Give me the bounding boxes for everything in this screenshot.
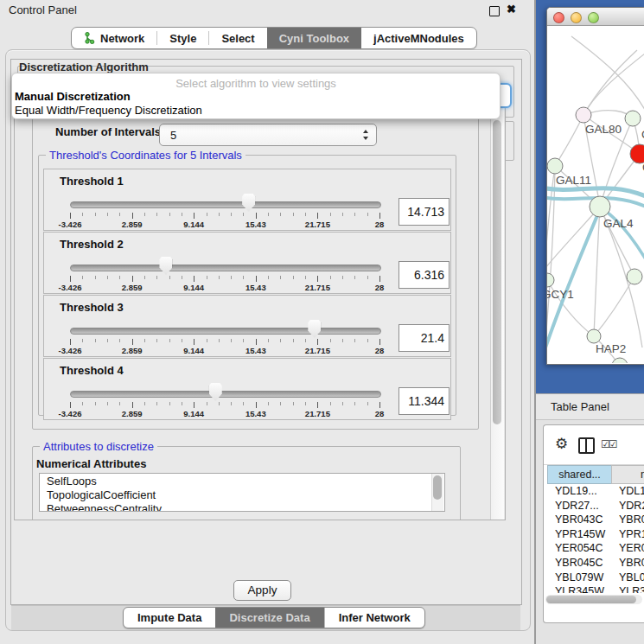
control-panel-titlebar[interactable]: Control Panel ✖ <box>0 0 534 21</box>
GAL80-node[interactable] <box>576 107 591 123</box>
table-row[interactable]: YBR043CYBR0 <box>545 513 644 527</box>
threshold-4-value-field[interactable]: 11.344 <box>399 387 450 415</box>
cell-shared-name[interactable]: YPR145W <box>555 527 605 542</box>
slider-scale-label: 28 <box>375 283 385 292</box>
gear-icon[interactable]: ⚙ <box>555 437 568 451</box>
column-header-name[interactable]: na <box>611 465 644 484</box>
table-row[interactable]: YDR27...YDR2 <box>545 499 644 513</box>
HAP2-node[interactable] <box>587 329 601 343</box>
tab-network[interactable]: Network <box>72 28 156 48</box>
threshold-1-slider-thumb[interactable] <box>242 194 255 212</box>
threshold-3-slider-thumb[interactable] <box>308 320 321 338</box>
slider-tick <box>305 213 306 216</box>
network-edge-highlighted[interactable] <box>602 208 644 259</box>
GAL4-node[interactable] <box>590 196 610 217</box>
cell-shared-name[interactable]: YBR043C <box>555 513 603 527</box>
zoom-traffic-light[interactable] <box>588 12 599 23</box>
node[interactable] <box>627 269 642 284</box>
network-edge[interactable] <box>583 54 644 115</box>
option-manual-discretization[interactable]: Manual Discretization <box>15 90 131 103</box>
tab-style[interactable]: Style <box>157 28 208 48</box>
table-row[interactable]: YBL079WYBL0 <box>545 571 644 585</box>
network-edge-highlighted[interactable] <box>547 186 644 197</box>
threshold-3-slider-track[interactable] <box>70 328 381 335</box>
GCY1-node[interactable] <box>547 273 554 287</box>
threshold-2-value-field[interactable]: 6.316 <box>399 261 450 289</box>
attribute-list-item[interactable]: TopologicalCoefficient <box>40 488 444 502</box>
slider-scale-label: 9.144 <box>183 220 204 229</box>
column-header-shared-name[interactable]: shared... <box>547 465 612 484</box>
slider-scale-label: 2.859 <box>122 220 143 229</box>
threshold-4-slider-thumb[interactable] <box>209 383 222 401</box>
cell-shared-name[interactable]: YDR27... <box>555 499 599 513</box>
tab-impute-data[interactable]: Impute Data <box>124 608 215 628</box>
cell-name[interactable]: YLR3 <box>619 584 644 593</box>
table-row[interactable]: YER054CYER0 <box>545 541 644 556</box>
float-window-icon[interactable] <box>489 6 500 16</box>
tab-infer-network[interactable]: Infer Network <box>324 608 424 628</box>
table-horizontal-scrollbar[interactable] <box>545 595 642 604</box>
option-equal-width-frequency[interactable]: Equal Width/Frequency Discretization <box>15 104 202 117</box>
top-tab-bar: Network Style Select Cyni Toolbox jActiv… <box>71 27 477 49</box>
list-scrollbar-thumb[interactable] <box>433 475 442 500</box>
cell-name[interactable]: YBR0 <box>619 556 644 571</box>
close-icon[interactable]: ✖ <box>507 3 516 16</box>
tab-discretize-data[interactable]: Discretize Data <box>215 608 323 628</box>
table-horizontal-scrollbar-thumb[interactable] <box>546 596 636 603</box>
cell-name[interactable]: YDR2 <box>619 499 644 513</box>
threshold-1-value-field[interactable]: 14.713 <box>399 198 450 226</box>
cell-name[interactable]: YBR0 <box>619 513 644 527</box>
cell-name[interactable]: YDL1 <box>619 484 644 499</box>
cell-shared-name[interactable]: YER054C <box>555 541 603 556</box>
minimize-traffic-light[interactable] <box>571 12 582 23</box>
table-panel-header[interactable]: Table Panel <box>536 394 644 420</box>
algorithm-prompt-option[interactable]: Select algorithm to view settings <box>12 77 500 90</box>
attribute-list-item[interactable]: SelfLoops <box>40 475 444 488</box>
table-row[interactable]: YLR345WYLR3 <box>545 584 644 593</box>
table-row[interactable]: YBR045CYBR0 <box>545 556 644 571</box>
threshold-3-value-field[interactable]: 21.4 <box>399 324 450 352</box>
close-traffic-light[interactable] <box>553 12 564 23</box>
panel-scrollbar[interactable] <box>490 105 504 520</box>
network-window-titlebar[interactable] <box>547 8 644 26</box>
table-row[interactable]: YPR145WYPR1 <box>545 527 644 542</box>
table-row[interactable]: YDL19...YDL1 <box>545 484 644 499</box>
slider-tick <box>70 339 71 345</box>
apply-button[interactable]: Apply <box>233 580 291 601</box>
node[interactable] <box>625 111 641 126</box>
slider-tick <box>330 339 331 342</box>
list-scrollbar[interactable] <box>431 474 443 511</box>
network-edge[interactable] <box>547 207 600 274</box>
cell-shared-name[interactable]: YBL079W <box>555 571 603 585</box>
threshold-4-slider-track[interactable] <box>70 391 381 398</box>
tab-jactivemnodules[interactable]: jActiveMNodules <box>361 28 476 48</box>
network-view-window[interactable]: GAL80GCGAL11GAL4HGCY1HAP2 <box>546 7 644 365</box>
cell-name[interactable]: YER0 <box>619 541 644 556</box>
threshold-2-slider-track[interactable] <box>70 265 381 271</box>
slider-tick <box>207 213 207 216</box>
tab-cyni-toolbox[interactable]: Cyni Toolbox <box>267 28 361 48</box>
cell-name[interactable]: YBL0 <box>619 571 644 585</box>
cell-shared-name[interactable]: YLR345W <box>555 584 604 593</box>
columns-icon[interactable] <box>578 437 595 454</box>
network-canvas[interactable]: GAL80GCGAL11GAL4HGCY1HAP2 <box>547 26 644 363</box>
select-columns-checkboxes-icon[interactable]: ☑☑ <box>601 438 616 450</box>
attribute-list-item[interactable]: BetweennessCentrality <box>40 502 444 512</box>
cell-shared-name[interactable]: YBR045C <box>555 556 603 571</box>
tab-select[interactable]: Select <box>209 28 266 48</box>
slider-tick <box>219 339 220 342</box>
threshold-1-slider-track[interactable] <box>70 201 381 208</box>
slider-tick <box>317 339 318 345</box>
network-edge[interactable] <box>555 115 583 166</box>
number-of-intervals-combobox[interactable]: 5 <box>159 124 377 146</box>
numerical-attributes-list[interactable]: SelfLoopsTopologicalCoefficientBetweenne… <box>39 473 445 512</box>
panel-scrollbar-thumb[interactable] <box>493 120 501 424</box>
network-edge[interactable] <box>571 36 644 110</box>
slider-tick <box>107 339 108 342</box>
GAL11-node[interactable] <box>547 158 563 174</box>
attribute-items: SelfLoopsTopologicalCoefficientBetweenne… <box>40 475 444 512</box>
cell-shared-name[interactable]: YDL19... <box>555 484 597 499</box>
cell-name[interactable]: YPR1 <box>619 527 644 542</box>
threshold-2-slider-thumb[interactable] <box>159 257 172 275</box>
slider-tick <box>293 339 294 342</box>
